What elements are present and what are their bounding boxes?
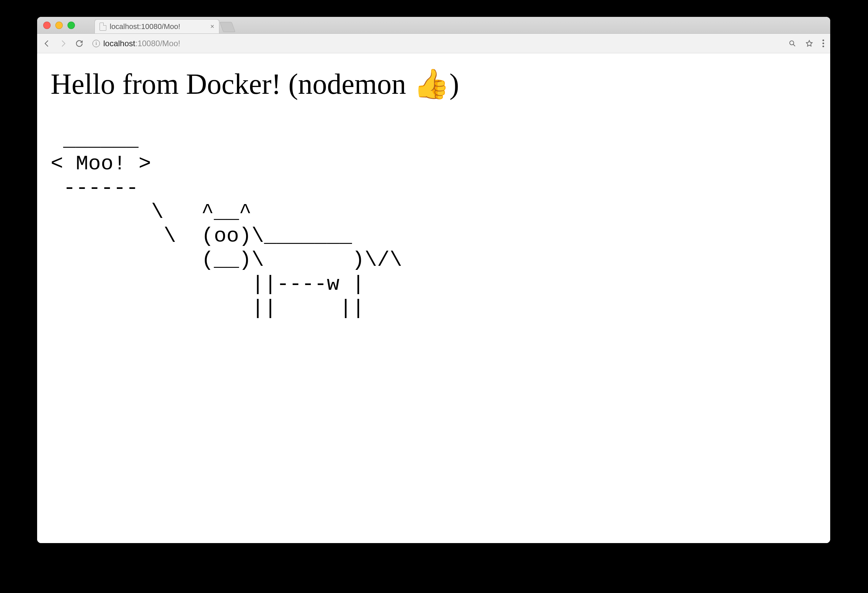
page-favicon-icon bbox=[100, 23, 106, 31]
window-controls bbox=[43, 22, 75, 29]
bookmark-star-icon[interactable] bbox=[804, 38, 814, 49]
window-close-button[interactable] bbox=[43, 22, 51, 29]
toolbar-right bbox=[787, 38, 825, 49]
cowsay-ascii: ______ < Moo! > ------ \ ^__^ \ (oo)\___… bbox=[51, 128, 817, 320]
window-minimize-button[interactable] bbox=[55, 22, 63, 29]
page-content: Hello from Docker! (nodemon 👍) ______ < … bbox=[37, 53, 830, 543]
svg-point-0 bbox=[790, 41, 794, 45]
browser-menu-button[interactable] bbox=[821, 40, 825, 47]
site-info-icon[interactable]: i bbox=[93, 40, 100, 47]
browser-toolbar: i localhost:10080/Moo! bbox=[37, 34, 830, 53]
browser-tab[interactable]: localhost:10080/Moo! × bbox=[94, 19, 219, 33]
url-host: localhost bbox=[103, 39, 135, 48]
url-rest: :10080/Moo! bbox=[135, 39, 180, 48]
browser-window: localhost:10080/Moo! × i localhost:10080… bbox=[37, 17, 830, 543]
tab-title: localhost:10080/Moo! bbox=[110, 22, 207, 31]
new-tab-button[interactable] bbox=[220, 22, 236, 32]
address-bar[interactable]: i localhost:10080/Moo! bbox=[90, 39, 781, 48]
reload-button[interactable] bbox=[74, 38, 84, 49]
tab-strip: localhost:10080/Moo! × bbox=[37, 17, 830, 34]
zoom-icon[interactable] bbox=[787, 38, 797, 49]
window-zoom-button[interactable] bbox=[68, 22, 75, 29]
back-button[interactable] bbox=[42, 38, 52, 49]
forward-button[interactable] bbox=[58, 38, 68, 49]
tab-close-button[interactable]: × bbox=[210, 23, 214, 30]
url-text: localhost:10080/Moo! bbox=[103, 39, 180, 48]
page-heading: Hello from Docker! (nodemon 👍) bbox=[51, 67, 817, 101]
